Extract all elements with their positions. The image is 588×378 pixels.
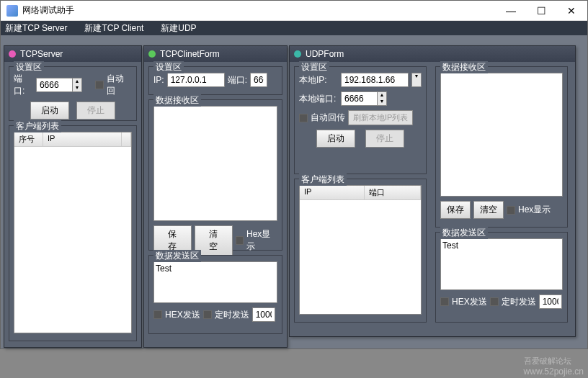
- stop-button[interactable]: 停止: [365, 130, 404, 148]
- port-label: 端口:: [228, 74, 247, 86]
- close-button[interactable]: ✕: [561, 5, 582, 17]
- col-ip[interactable]: IP: [43, 132, 122, 146]
- send-legend: 数据发送区: [440, 227, 488, 239]
- hex-show-checkbox[interactable]: [507, 206, 515, 215]
- auto-label: 自动回: [107, 73, 132, 97]
- local-port-input[interactable]: [341, 91, 377, 106]
- hex-show-checkbox[interactable]: [236, 236, 244, 245]
- client-list-legend: 客户端列表: [14, 120, 61, 132]
- col-extra[interactable]: [122, 132, 131, 146]
- local-port-spinner[interactable]: ▲▼: [341, 91, 387, 106]
- tcp-server-title: TCPServer: [20, 49, 63, 59]
- auto-reply-label: 自动回传: [311, 112, 345, 124]
- client-table: 序号 IP: [14, 132, 132, 333]
- menu-new-tcp-client[interactable]: 新建TCP Client: [84, 22, 143, 35]
- main-window: 网络调试助手 — ☐ ✕ 新建TCP Server 新建TCP Client 新…: [0, 0, 588, 349]
- port-input[interactable]: [36, 78, 72, 92]
- window-title: 网络调试助手: [22, 4, 501, 17]
- menu-new-udp[interactable]: 新建UDP: [161, 22, 196, 35]
- hex-send-label: HEX发送: [452, 296, 487, 308]
- recv-legend: 数据接收区: [440, 61, 488, 73]
- up-arrow-icon[interactable]: ▲: [378, 92, 386, 99]
- send-textarea[interactable]: Test: [440, 238, 563, 290]
- udp-title: UDPForm: [306, 49, 344, 59]
- udp-titlebar[interactable]: UDPForm: [290, 46, 575, 62]
- window-icon: [294, 50, 301, 58]
- save-button[interactable]: 保存: [440, 201, 471, 219]
- hex-send-checkbox[interactable]: [153, 310, 162, 319]
- tcp-client-recv-group: 数据接收区 保存 清空 Hex显示: [148, 99, 282, 251]
- timed-send-label: 定时发送: [215, 309, 249, 321]
- interval-input[interactable]: [539, 294, 562, 309]
- menu-new-tcp-server[interactable]: 新建TCP Server: [5, 22, 67, 35]
- client-list-legend: 客户端列表: [299, 174, 347, 186]
- window-icon: [148, 50, 156, 58]
- window-icon: [9, 50, 16, 58]
- table-body: [14, 147, 131, 190]
- ip-label: IP:: [153, 75, 164, 85]
- menubar: 新建TCP Server 新建TCP Client 新建UDP: [1, 21, 587, 35]
- timed-send-checkbox[interactable]: [203, 310, 212, 319]
- send-textarea[interactable]: Test: [153, 261, 277, 303]
- auto-reply-checkbox[interactable]: [299, 114, 308, 122]
- recv-textarea[interactable]: [153, 106, 277, 221]
- tcp-client-window: TCPClinetForm 设置区 IP: 端口: 数据接收区 保存 清空: [143, 45, 288, 348]
- hex-show-label: Hex显示: [246, 228, 277, 253]
- mdi-area: TCPServer 设置区 端口: ▲▼ 自动回 启动 停止: [1, 35, 587, 348]
- hex-send-checkbox[interactable]: [440, 297, 449, 306]
- tcp-client-title: TCPClinetForm: [160, 49, 220, 59]
- watermark: 吾爱破解论坛 www.52pojie.cn: [524, 356, 584, 377]
- app-icon: [6, 5, 18, 17]
- ip-input[interactable]: [167, 73, 225, 87]
- local-ip-input[interactable]: [341, 73, 409, 87]
- udp-client-table: IP 端口: [299, 185, 422, 315]
- maximize-button[interactable]: ☐: [531, 5, 551, 17]
- col-port[interactable]: 端口: [365, 186, 421, 199]
- col-ip[interactable]: IP: [300, 186, 365, 199]
- settings-legend: 设置区: [153, 61, 184, 73]
- tcp-server-window: TCPServer 设置区 端口: ▲▼ 自动回 启动 停止: [4, 45, 142, 348]
- udp-settings-group: 设置区 本地IP: ▼ 本地端口: ▲▼: [294, 66, 427, 174]
- timed-send-checkbox[interactable]: [490, 297, 499, 306]
- hex-show-label: Hex显示: [518, 204, 551, 216]
- udp-client-list-group: 客户端列表 IP 端口: [294, 179, 427, 323]
- col-seq[interactable]: 序号: [14, 132, 43, 146]
- udp-recv-group: 数据接收区 保存 清空 Hex显示: [435, 66, 568, 228]
- local-ip-label: 本地IP:: [299, 74, 338, 86]
- titlebar: 网络调试助手 — ☐ ✕: [1, 1, 587, 21]
- up-arrow-icon[interactable]: ▲: [73, 78, 81, 85]
- start-button[interactable]: 启动: [316, 130, 355, 148]
- send-legend: 数据发送区: [153, 250, 201, 262]
- udp-window: UDPForm 设置区 本地IP: ▼ 本地端口:: [289, 45, 576, 337]
- port-input[interactable]: [250, 73, 267, 87]
- settings-legend: 设置区: [299, 61, 329, 73]
- tcp-server-titlebar[interactable]: TCPServer: [4, 46, 141, 62]
- table-body: [300, 200, 421, 243]
- minimize-button[interactable]: —: [501, 5, 521, 17]
- tcp-client-titlebar[interactable]: TCPClinetForm: [144, 46, 287, 62]
- start-button[interactable]: 启动: [30, 102, 69, 120]
- port-label: 端口:: [14, 73, 33, 97]
- settings-legend: 设置区: [14, 61, 44, 73]
- tcp-server-settings-group: 设置区 端口: ▲▼ 自动回 启动 停止: [9, 66, 137, 121]
- tcp-server-client-list-group: 客户端列表 序号 IP: [9, 125, 137, 341]
- stop-button[interactable]: 停止: [76, 102, 115, 120]
- tcp-client-settings-group: 设置区 IP: 端口:: [148, 66, 282, 95]
- recv-textarea[interactable]: [440, 73, 563, 197]
- timed-send-label: 定时发送: [502, 296, 536, 308]
- interval-input[interactable]: [252, 307, 275, 322]
- clear-button[interactable]: 清空: [473, 201, 504, 219]
- chevron-down-icon[interactable]: ▼: [412, 73, 421, 78]
- down-arrow-icon[interactable]: ▼: [378, 99, 386, 105]
- recv-legend: 数据接收区: [153, 94, 201, 107]
- port-spinner[interactable]: ▲▼: [36, 78, 82, 92]
- local-port-label: 本地端口:: [299, 93, 338, 105]
- auto-checkbox[interactable]: [95, 81, 104, 89]
- udp-send-group: 数据发送区 Test HEX发送 定时发送: [435, 232, 568, 323]
- tcp-client-send-group: 数据发送区 Test HEX发送 定时发送: [148, 255, 282, 334]
- hex-send-label: HEX发送: [165, 309, 200, 321]
- refresh-ip-button[interactable]: 刷新本地IP列表: [348, 110, 413, 125]
- down-arrow-icon[interactable]: ▼: [73, 85, 81, 91]
